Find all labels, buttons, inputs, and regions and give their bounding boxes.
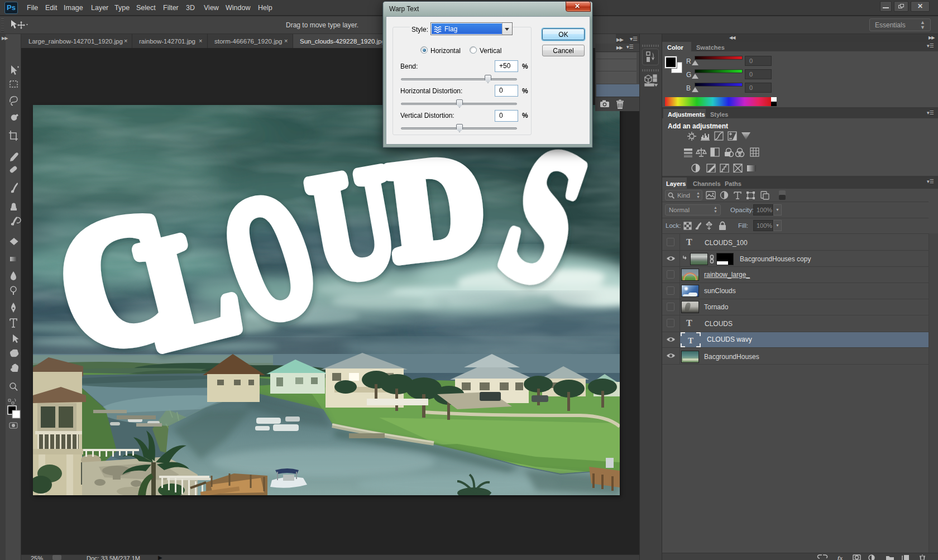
svg-text:T: T [688,336,693,345]
svg-text:fx: fx [838,554,843,560]
svg-text:D: D [381,126,491,288]
